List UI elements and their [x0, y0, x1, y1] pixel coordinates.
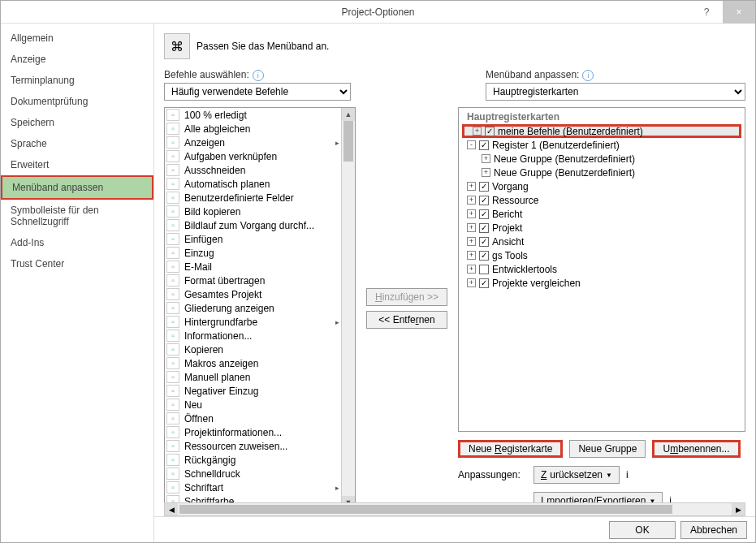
command-row[interactable]: ▫100 % erledigt: [165, 108, 341, 122]
command-row[interactable]: ▫Manuell planen: [165, 370, 341, 384]
info-icon[interactable]: i: [253, 70, 264, 81]
close-icon[interactable]: ×: [723, 1, 755, 24]
command-row[interactable]: ▫Anzeigen▸: [165, 136, 341, 149]
command-row[interactable]: ▫Automatisch planen: [165, 177, 341, 191]
tree-row[interactable]: +✓Projekte vergleichen: [459, 276, 745, 290]
command-row[interactable]: ▫Ausschneiden: [165, 163, 341, 177]
customize-ribbon-combo[interactable]: Hauptregisterkarten: [486, 83, 745, 101]
sidebar-item-0[interactable]: Allgemein: [1, 28, 153, 49]
tree-row[interactable]: +✓Bericht: [459, 207, 745, 221]
tree-row[interactable]: +✓Vorgang: [459, 179, 745, 193]
reset-dropdown[interactable]: Zurücksetzen ▼: [534, 466, 620, 484]
sidebar-item-7[interactable]: Menüband anpassen: [1, 175, 153, 200]
command-row[interactable]: ▫Bildlauf zum Vorgang durchf...: [165, 218, 341, 232]
checkbox[interactable]: ✓: [479, 251, 489, 261]
command-row[interactable]: ▫E-Mail: [165, 260, 341, 274]
scroll-right-icon[interactable]: ▶: [732, 503, 745, 515]
expando-icon[interactable]: +: [482, 168, 490, 177]
tree-row[interactable]: +✓Ressource: [459, 193, 745, 207]
command-row[interactable]: ▫Hintergrundfarbe▸: [165, 315, 341, 329]
command-row[interactable]: ▫Negativer Einzug: [165, 384, 341, 398]
checkbox[interactable]: ✓: [479, 182, 489, 192]
tree-label: Entwicklertools: [492, 264, 557, 275]
command-row[interactable]: ▫Alle abgleichen: [165, 122, 341, 136]
horizontal-scrollbar[interactable]: ◀ ▶: [164, 502, 745, 516]
command-row[interactable]: ▫Schriftart▸: [165, 481, 341, 494]
remove-button[interactable]: << Entfernen: [366, 311, 447, 329]
add-button[interactable]: Hinzufügen >>: [366, 288, 447, 306]
checkbox[interactable]: ✓: [479, 278, 489, 288]
command-row[interactable]: ▫Gesamtes Projekt: [165, 287, 341, 301]
tree-row[interactable]: +✓gs Tools: [459, 248, 745, 262]
sidebar-item-3[interactable]: Dokumentprüfung: [1, 91, 153, 112]
commands-from-combo[interactable]: Häufig verwendete Befehle: [164, 83, 351, 101]
sidebar-item-4[interactable]: Speichern: [1, 112, 153, 133]
ribbon-tree[interactable]: Hauptregisterkarten +✓meine Befehle (Ben…: [458, 107, 745, 432]
commands-listbox[interactable]: ▫100 % erledigt▫Alle abgleichen▫Anzeigen…: [164, 107, 356, 510]
checkbox[interactable]: ✓: [479, 223, 489, 233]
vertical-scrollbar[interactable]: ▲ ▼: [341, 108, 355, 509]
tree-row[interactable]: +Entwicklertools: [459, 262, 745, 276]
expando-icon[interactable]: +: [467, 278, 476, 287]
info-icon[interactable]: i: [582, 70, 594, 81]
expando-icon[interactable]: +: [467, 251, 476, 260]
info-icon[interactable]: i: [626, 469, 629, 481]
new-tab-button[interactable]: Neue Registerkarte: [458, 440, 563, 458]
command-row[interactable]: ▫Benutzerdefinierte Felder: [165, 191, 341, 205]
tree-row[interactable]: -✓Register 1 (Benutzerdefiniert): [459, 138, 745, 152]
sidebar-item-8[interactable]: Symbolleiste für den Schnellzugriff: [1, 200, 153, 232]
scrollbar-thumb[interactable]: [343, 121, 353, 162]
expando-icon[interactable]: +: [467, 223, 476, 232]
checkbox[interactable]: ✓: [479, 196, 489, 205]
command-row[interactable]: ▫Schnelldruck: [165, 467, 341, 481]
expando-icon[interactable]: +: [467, 196, 476, 205]
checkbox[interactable]: ✓: [479, 237, 489, 247]
command-row[interactable]: ▫Gliederung anzeigen: [165, 301, 341, 315]
sidebar-item-10[interactable]: Trust Center: [1, 253, 153, 274]
tree-row[interactable]: +Neue Gruppe (Benutzerdefiniert): [459, 166, 745, 179]
command-row[interactable]: ▫Format übertragen: [165, 274, 341, 287]
sidebar-item-5[interactable]: Sprache: [1, 133, 153, 154]
command-row[interactable]: ▫Neu: [165, 398, 341, 412]
help-icon[interactable]: ?: [690, 1, 723, 24]
command-row[interactable]: ▫Öffnen: [165, 412, 341, 425]
cancel-button[interactable]: Abbrechen: [680, 521, 747, 539]
sidebar-item-1[interactable]: Anzeige: [1, 49, 153, 70]
new-group-button[interactable]: Neue Gruppe: [569, 440, 646, 458]
command-label: Einzug: [184, 248, 339, 259]
command-row[interactable]: ▫Projektinformationen...: [165, 425, 341, 439]
checkbox[interactable]: ✓: [479, 209, 489, 219]
expando-icon[interactable]: +: [473, 127, 482, 136]
expando-icon[interactable]: +: [467, 182, 476, 191]
command-icon: ▫: [166, 150, 179, 162]
command-row[interactable]: ▫Rückgängig: [165, 453, 341, 467]
checkbox[interactable]: ✓: [479, 140, 489, 150]
expando-icon[interactable]: +: [467, 265, 476, 274]
checkbox[interactable]: ✓: [485, 127, 495, 136]
command-row[interactable]: ▫Aufgaben verknüpfen: [165, 149, 341, 163]
sidebar-item-6[interactable]: Erweitert: [1, 154, 153, 175]
command-row[interactable]: ▫Bild kopieren: [165, 205, 341, 218]
expando-icon[interactable]: -: [467, 140, 476, 149]
scroll-left-icon[interactable]: ◀: [165, 503, 178, 515]
rename-button[interactable]: Umbenennen...: [652, 440, 740, 458]
scrollbar-thumb[interactable]: [179, 505, 672, 514]
expando-icon[interactable]: +: [467, 209, 476, 218]
scroll-up-icon[interactable]: ▲: [342, 108, 355, 121]
command-row[interactable]: ▫Makros anzeigen: [165, 356, 341, 370]
command-row[interactable]: ▫Ressourcen zuweisen...: [165, 439, 341, 453]
checkbox[interactable]: [479, 265, 489, 274]
command-row[interactable]: ▫Einzug: [165, 246, 341, 260]
sidebar-item-9[interactable]: Add-Ins: [1, 232, 153, 253]
tree-row[interactable]: +Neue Gruppe (Benutzerdefiniert): [459, 152, 745, 166]
expando-icon[interactable]: +: [482, 154, 490, 163]
tree-row[interactable]: +✓Ansicht: [459, 235, 745, 248]
tree-row[interactable]: +✓meine Befehle (Benutzerdefiniert): [462, 124, 741, 138]
command-row[interactable]: ▫Informationen...: [165, 329, 341, 343]
command-row[interactable]: ▫Kopieren: [165, 343, 341, 356]
expando-icon[interactable]: +: [467, 237, 476, 246]
tree-row[interactable]: +✓Projekt: [459, 221, 745, 235]
command-row[interactable]: ▫Einfügen: [165, 232, 341, 246]
sidebar-item-2[interactable]: Terminplanung: [1, 70, 153, 91]
ok-button[interactable]: OK: [609, 521, 676, 539]
